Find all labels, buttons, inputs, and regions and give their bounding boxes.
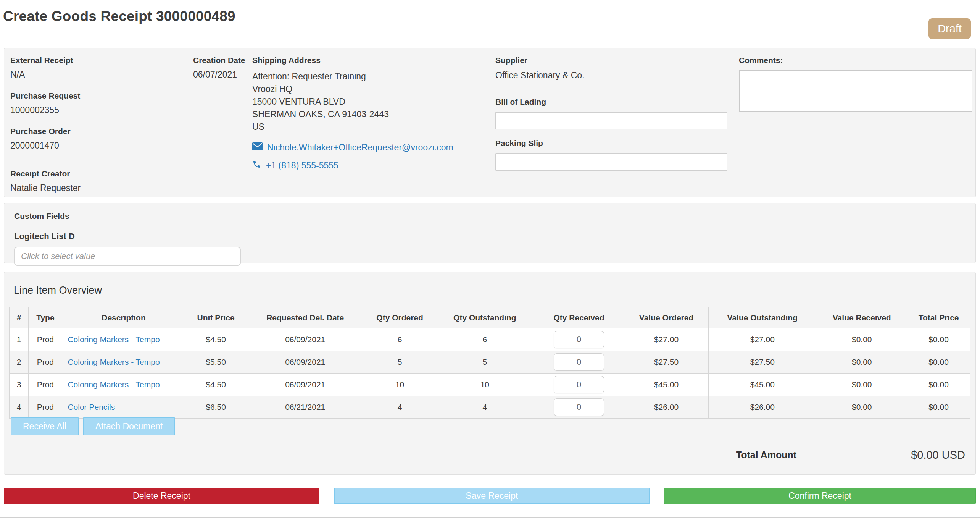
cell-unit-price: $4.50 <box>185 328 247 351</box>
total-amount-value: $0.00 USD <box>911 449 965 461</box>
external-receipt-field: External Receipt N/A <box>10 56 186 80</box>
bill-of-lading-label: Bill of Lading <box>495 97 727 107</box>
delete-receipt-button[interactable]: Delete Receipt <box>4 488 319 504</box>
cell-value-received: $0.00 <box>816 328 907 351</box>
cell-qty-received <box>534 328 624 351</box>
cell-type: Prod <box>29 374 62 396</box>
cell-description: Color Pencils <box>62 396 185 419</box>
cell-unit-price: $4.50 <box>185 374 247 396</box>
item-description-link[interactable]: Coloring Markers - Tempo <box>68 380 160 389</box>
purchase-order-field: Purchase Order 2000001470 <box>10 127 186 151</box>
cell-value-outstanding: $27.50 <box>709 351 816 374</box>
total-amount-row: Total Amount $0.00 USD <box>736 449 965 461</box>
custom-fields-title: Custom Fields <box>14 212 241 221</box>
creation-date-label: Creation Date <box>193 56 250 65</box>
cell-req-del-date: 06/21/2021 <box>247 396 364 419</box>
envelope-icon <box>252 142 263 153</box>
item-description-link[interactable]: Color Pencils <box>68 403 115 411</box>
receipt-meta-column: External Receipt N/A Purchase Request 10… <box>10 56 186 205</box>
shipping-address-line: Attention: Requester Training <box>252 70 489 83</box>
cell-type: Prod <box>29 328 62 351</box>
comments-column: Comments: <box>739 56 972 112</box>
cell-description: Coloring Markers - Tempo <box>62 374 185 396</box>
cell-total-price: $0.00 <box>907 351 970 374</box>
line-items-divider <box>9 298 970 298</box>
qty-received-input[interactable] <box>554 331 604 348</box>
cell-value-ordered: $45.00 <box>624 374 708 396</box>
cell-num: 3 <box>10 374 29 396</box>
qty-received-input[interactable] <box>554 398 604 416</box>
cell-value-outstanding: $26.00 <box>709 396 816 419</box>
contact-phone-link[interactable]: +1 (818) 555-5555 <box>252 160 489 171</box>
cell-num: 2 <box>10 351 29 374</box>
col-header-qty-received: Qty Received <box>534 307 624 328</box>
qty-received-input[interactable] <box>554 376 604 393</box>
col-header-unit-price: Unit Price <box>185 307 247 328</box>
confirm-receipt-button[interactable]: Confirm Receipt <box>664 488 976 504</box>
bottom-divider <box>0 517 980 518</box>
comments-textarea[interactable] <box>739 70 972 112</box>
col-header-num: # <box>10 307 29 328</box>
shipping-address-label: Shipping Address <box>252 56 489 65</box>
cell-value-ordered: $26.00 <box>624 396 708 419</box>
cell-value-received: $0.00 <box>816 396 907 419</box>
table-row: 2 Prod Coloring Markers - Tempo $5.50 06… <box>10 351 970 374</box>
packing-slip-label: Packing Slip <box>495 139 727 148</box>
external-receipt-label: External Receipt <box>10 56 186 65</box>
cell-description: Coloring Markers - Tempo <box>62 328 185 351</box>
status-badge: Draft <box>928 18 971 39</box>
cell-unit-price: $5.50 <box>185 351 247 374</box>
total-amount-label: Total Amount <box>736 450 796 461</box>
bill-of-lading-input[interactable] <box>495 112 727 129</box>
cell-value-outstanding: $45.00 <box>709 374 816 396</box>
purchase-order-value: 2000001470 <box>10 141 186 151</box>
cell-num: 1 <box>10 328 29 351</box>
cell-req-del-date: 06/09/2021 <box>247 351 364 374</box>
cell-value-received: $0.00 <box>816 351 907 374</box>
receipt-header-panel: External Receipt N/A Purchase Request 10… <box>4 48 976 197</box>
save-receipt-button[interactable]: Save Receipt <box>334 488 650 504</box>
creation-date-column: Creation Date 06/07/2021 <box>193 56 250 91</box>
attach-document-button[interactable]: Attach Document <box>83 417 175 435</box>
table-actions: Receive All Attach Document <box>11 417 175 435</box>
shipping-address-column: Shipping Address Attention: Requester Tr… <box>252 56 489 171</box>
cell-qty-received <box>534 374 624 396</box>
packing-slip-input[interactable] <box>495 153 727 171</box>
receipt-creator-value: Natalie Requester <box>10 183 186 193</box>
cell-qty-outstanding: 4 <box>436 396 534 419</box>
receive-all-button[interactable]: Receive All <box>11 417 79 435</box>
cell-qty-ordered: 4 <box>364 396 436 419</box>
col-header-description: Description <box>62 307 185 328</box>
col-header-total-price: Total Price <box>907 307 970 328</box>
line-items-panel: Line Item Overview # Type Description Un… <box>4 272 976 475</box>
col-header-qty-outstanding: Qty Outstanding <box>436 307 534 328</box>
contact-phone-text: +1 (818) 555-5555 <box>266 160 338 171</box>
cell-qty-ordered: 6 <box>364 328 436 351</box>
table-header-row: # Type Description Unit Price Requested … <box>10 307 970 328</box>
contact-email-text: Nichole.Whitaker+OfficeRequester@vroozi.… <box>267 142 453 153</box>
supplier-column: Supplier Office Stationary & Co. Bill of… <box>495 56 727 171</box>
custom-field-select-input[interactable] <box>14 247 241 266</box>
col-header-value-received: Value Received <box>816 307 907 328</box>
line-items-table: # Type Description Unit Price Requested … <box>9 307 970 419</box>
table-row: 4 Prod Color Pencils $6.50 06/21/2021 4 … <box>10 396 970 419</box>
contact-email-link[interactable]: Nichole.Whitaker+OfficeRequester@vroozi.… <box>252 142 489 153</box>
col-header-value-ordered: Value Ordered <box>624 307 708 328</box>
qty-received-input[interactable] <box>554 353 604 371</box>
supplier-value: Office Stationary & Co. <box>495 70 727 81</box>
cell-type: Prod <box>29 396 62 419</box>
receipt-creator-label: Receipt Creator <box>10 169 186 178</box>
cell-value-received: $0.00 <box>816 374 907 396</box>
purchase-request-label: Purchase Request <box>10 91 186 100</box>
item-description-link[interactable]: Coloring Markers - Tempo <box>68 335 160 344</box>
cell-num: 4 <box>10 396 29 419</box>
receipt-creator-field: Receipt Creator Natalie Requester <box>10 169 186 193</box>
custom-fields-panel: Custom Fields Logitech List D <box>4 203 976 263</box>
cell-value-outstanding: $27.00 <box>709 328 816 351</box>
line-items-title: Line Item Overview <box>14 285 102 296</box>
shipping-address-line: SHERMAN OAKS, CA 91403-2443 <box>252 108 489 121</box>
cell-value-ordered: $27.00 <box>624 328 708 351</box>
item-description-link[interactable]: Coloring Markers - Tempo <box>68 357 160 366</box>
cell-description: Coloring Markers - Tempo <box>62 351 185 374</box>
external-receipt-value: N/A <box>10 70 186 80</box>
